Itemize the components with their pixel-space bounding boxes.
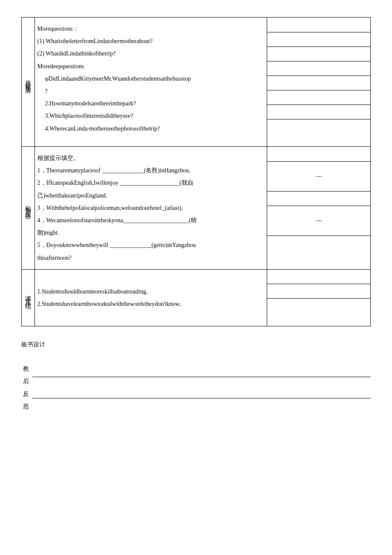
- blank-cell: [267, 76, 370, 90]
- section-content-questions: Morequestions： (1) WhatistheletterfromLi…: [35, 17, 267, 147]
- blank-cell: [267, 46, 370, 61]
- section-right-summary: [267, 269, 371, 326]
- blank-cell: [267, 61, 370, 76]
- section-label-summary: 课堂小结: [22, 269, 35, 326]
- blank-cell: [267, 147, 370, 161]
- blank-cell: [267, 299, 370, 313]
- ex-line: 2，IfIcanspeakEnglish,Iwillenjoy ________…: [37, 177, 265, 188]
- ex-line: 5，Doyouknowwhentheywill ______________(g…: [37, 240, 265, 250]
- blank-cell: [267, 270, 370, 284]
- ex-line: 朗)night.: [37, 227, 265, 238]
- blank-cell: [267, 90, 370, 105]
- blank-cell: [267, 284, 370, 299]
- sum-line: 2.Studentshavelearnthowtodealwiththeword…: [37, 299, 265, 309]
- section-row-summary: 课堂小结 1.Studentsshouldlearnmoreskillsabou…: [22, 269, 371, 326]
- blank-cell: [267, 191, 370, 206]
- worksheet-table: 质疑拓展 Morequestions： (1) Whatistheletterf…: [21, 17, 371, 326]
- mark-cell: —: [267, 161, 370, 191]
- q-line: ?: [37, 86, 265, 96]
- blank-cell: [267, 105, 370, 119]
- q-line: (1) WhatistheletterfromLindatohermothera…: [37, 36, 265, 46]
- reflection-lines: [31, 363, 371, 408]
- write-line: [32, 386, 371, 398]
- section-content-summary: 1.Studentsshouldlearnmoreskillsaboutread…: [35, 269, 267, 326]
- q-line: φDidLindaandKittymeetMr.Wuandotherstuden…: [37, 73, 265, 84]
- section-label-exercise: 检测反馈: [22, 147, 35, 270]
- reflection-char: 后: [23, 375, 29, 387]
- reflection-section: 教 后 反 思: [21, 363, 371, 413]
- right-grid: — —: [267, 147, 370, 250]
- reflection-char: 反: [23, 388, 29, 400]
- section-right-exercise: — —: [267, 147, 371, 270]
- ex-line: 根据提示填空。: [37, 153, 265, 163]
- q-line: Morequestions：: [37, 23, 265, 34]
- ex-line: thisafternoon?: [37, 253, 265, 263]
- section-row-exercise: 检测反馈 根据提示填空。 1，Therearemanyplacesof ____…: [22, 147, 371, 270]
- section-label-questions: 质疑拓展: [22, 17, 35, 147]
- blank-cell: [267, 17, 370, 32]
- q-line: Moredeepquestions: [37, 61, 265, 72]
- ex-line: 己)whenItakeatriptoEngland.: [37, 190, 265, 201]
- q-line: 3.Whichplacesofinterestsdidtheysee?: [37, 110, 265, 121]
- section-right-questions: [267, 17, 371, 147]
- write-line: [32, 365, 371, 377]
- right-grid: [267, 17, 370, 134]
- reflection-label: 教 后 反 思: [21, 363, 31, 413]
- q-line: (2) WhatdidLindathinkofthetrip?: [37, 48, 265, 59]
- mark-cell: —: [267, 206, 370, 235]
- blank-cell: [267, 235, 370, 250]
- right-grid: [267, 270, 370, 313]
- ex-line: 3，Withthehelpofalocalpoliceman,wefoundou…: [37, 203, 265, 213]
- ex-line: 4，Wecanseelotsofstarsintheskyona________…: [37, 215, 265, 226]
- board-design-heading: 板书设计: [21, 339, 371, 350]
- section-row-questions: 质疑拓展 Morequestions： (1) Whatistheletterf…: [22, 17, 371, 147]
- section-content-exercise: 根据提示填空。 1，Therearemanyplacesof _________…: [35, 147, 267, 270]
- ex-line: 1，Therearemanyplacesof ______________(名胜…: [37, 165, 265, 176]
- reflection-char: 教: [23, 363, 29, 375]
- sum-line: 1.Studentsshouldlearnmoreskillsaboutread…: [37, 286, 265, 297]
- blank-cell: [267, 32, 370, 46]
- blank-cell: [267, 119, 370, 134]
- q-line: 2.Howmanymodelsarethereinthepark?: [37, 98, 265, 109]
- reflection-char: 思: [23, 400, 29, 413]
- q-line: 4.WherecanLinda·motherseethephotosofthet…: [37, 123, 265, 134]
